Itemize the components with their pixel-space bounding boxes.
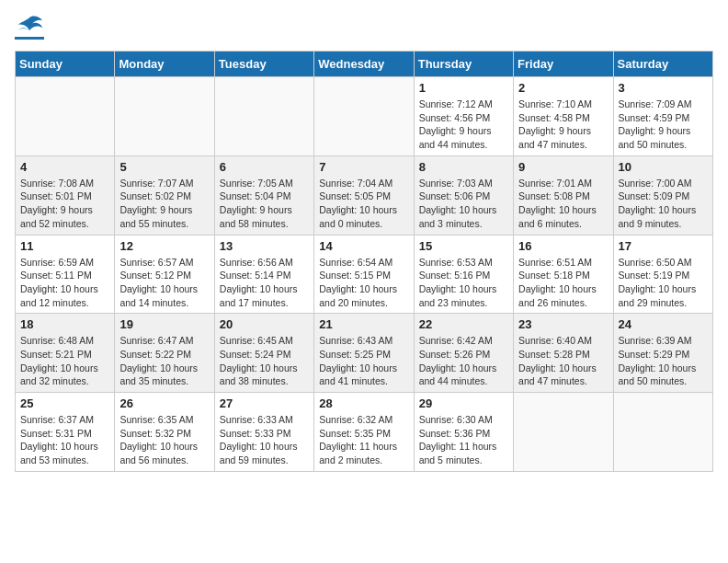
calendar-day-cell: 10Sunrise: 7:00 AM Sunset: 5:09 PM Dayli…: [613, 155, 712, 235]
day-number: 3: [619, 81, 708, 95]
calendar-day-cell: 29Sunrise: 6:30 AM Sunset: 5:36 PM Dayli…: [414, 393, 513, 472]
weekday-header-sunday: Sunday: [16, 52, 115, 77]
calendar-day-cell: 1Sunrise: 7:12 AM Sunset: 4:56 PM Daylig…: [414, 77, 513, 156]
calendar-day-cell: [613, 393, 712, 472]
day-info: Sunrise: 6:45 AM Sunset: 5:24 PM Dayligh…: [220, 334, 309, 388]
calendar-day-cell: 19Sunrise: 6:47 AM Sunset: 5:22 PM Dayli…: [115, 314, 214, 393]
logo-underline: [15, 37, 44, 40]
calendar-week-row: 18Sunrise: 6:48 AM Sunset: 5:21 PM Dayli…: [16, 314, 713, 393]
day-info: Sunrise: 6:47 AM Sunset: 5:22 PM Dayligh…: [119, 334, 209, 388]
day-info: Sunrise: 7:10 AM Sunset: 4:58 PM Dayligh…: [518, 98, 608, 152]
day-info: Sunrise: 6:30 AM Sunset: 5:36 PM Dayligh…: [419, 413, 508, 467]
day-info: Sunrise: 6:57 AM Sunset: 5:12 PM Dayligh…: [119, 256, 209, 310]
bird-icon: [15, 15, 44, 35]
calendar-day-cell: [514, 393, 613, 472]
calendar-day-cell: 28Sunrise: 6:32 AM Sunset: 5:35 PM Dayli…: [314, 393, 414, 472]
day-info: Sunrise: 6:39 AM Sunset: 5:29 PM Dayligh…: [619, 334, 708, 388]
calendar-day-cell: 13Sunrise: 6:56 AM Sunset: 5:14 PM Dayli…: [214, 235, 313, 314]
day-number: 20: [220, 317, 309, 331]
day-info: Sunrise: 6:35 AM Sunset: 5:32 PM Dayligh…: [119, 413, 209, 467]
weekday-header-tuesday: Tuesday: [214, 52, 313, 77]
day-number: 19: [119, 317, 209, 331]
day-number: 12: [119, 239, 209, 253]
day-number: 11: [20, 239, 109, 253]
day-info: Sunrise: 6:54 AM Sunset: 5:15 PM Dayligh…: [319, 256, 408, 310]
day-info: Sunrise: 7:01 AM Sunset: 5:08 PM Dayligh…: [518, 177, 608, 231]
day-info: Sunrise: 7:03 AM Sunset: 5:06 PM Dayligh…: [419, 177, 508, 231]
day-info: Sunrise: 6:48 AM Sunset: 5:21 PM Dayligh…: [20, 334, 109, 388]
calendar-day-cell: 5Sunrise: 7:07 AM Sunset: 5:02 PM Daylig…: [115, 155, 214, 235]
day-info: Sunrise: 7:08 AM Sunset: 5:01 PM Dayligh…: [20, 177, 109, 231]
calendar-week-row: 1Sunrise: 7:12 AM Sunset: 4:56 PM Daylig…: [16, 77, 713, 156]
calendar-day-cell: 20Sunrise: 6:45 AM Sunset: 5:24 PM Dayli…: [214, 314, 313, 393]
day-number: 8: [419, 160, 508, 174]
day-info: Sunrise: 7:05 AM Sunset: 5:04 PM Dayligh…: [220, 177, 309, 231]
weekday-header-row: SundayMondayTuesdayWednesdayThursdayFrid…: [16, 52, 713, 77]
day-info: Sunrise: 6:37 AM Sunset: 5:31 PM Dayligh…: [20, 413, 109, 467]
calendar-day-cell: 6Sunrise: 7:05 AM Sunset: 5:04 PM Daylig…: [214, 155, 313, 235]
day-number: 24: [619, 317, 708, 331]
weekday-header-wednesday: Wednesday: [314, 52, 414, 77]
calendar-day-cell: 8Sunrise: 7:03 AM Sunset: 5:06 PM Daylig…: [414, 155, 513, 235]
weekday-header-thursday: Thursday: [414, 52, 513, 77]
day-info: Sunrise: 7:09 AM Sunset: 4:59 PM Dayligh…: [619, 98, 708, 152]
calendar-day-cell: [314, 77, 414, 156]
day-info: Sunrise: 7:04 AM Sunset: 5:05 PM Dayligh…: [319, 177, 408, 231]
day-number: 13: [220, 239, 309, 253]
day-number: 4: [20, 160, 109, 174]
calendar-day-cell: 4Sunrise: 7:08 AM Sunset: 5:01 PM Daylig…: [16, 155, 115, 235]
calendar-week-row: 4Sunrise: 7:08 AM Sunset: 5:01 PM Daylig…: [16, 155, 713, 235]
day-number: 25: [20, 396, 109, 410]
day-number: 2: [518, 81, 608, 95]
day-number: 17: [619, 239, 708, 253]
calendar-day-cell: [16, 77, 115, 156]
day-number: 6: [220, 160, 309, 174]
calendar-day-cell: 14Sunrise: 6:54 AM Sunset: 5:15 PM Dayli…: [314, 235, 414, 314]
calendar-day-cell: 18Sunrise: 6:48 AM Sunset: 5:21 PM Dayli…: [16, 314, 115, 393]
calendar-day-cell: 11Sunrise: 6:59 AM Sunset: 5:11 PM Dayli…: [16, 235, 115, 314]
calendar-day-cell: [115, 77, 214, 156]
day-info: Sunrise: 7:12 AM Sunset: 4:56 PM Dayligh…: [419, 98, 508, 152]
calendar-day-cell: [214, 77, 313, 156]
day-number: 16: [518, 239, 608, 253]
day-number: 14: [319, 239, 408, 253]
calendar-day-cell: 23Sunrise: 6:40 AM Sunset: 5:28 PM Dayli…: [514, 314, 613, 393]
calendar-day-cell: 17Sunrise: 6:50 AM Sunset: 5:19 PM Dayli…: [613, 235, 712, 314]
day-info: Sunrise: 6:33 AM Sunset: 5:33 PM Dayligh…: [220, 413, 309, 467]
calendar-day-cell: 16Sunrise: 6:51 AM Sunset: 5:18 PM Dayli…: [514, 235, 613, 314]
day-number: 10: [619, 160, 708, 174]
calendar-day-cell: 25Sunrise: 6:37 AM Sunset: 5:31 PM Dayli…: [16, 393, 115, 472]
day-number: 22: [419, 317, 508, 331]
weekday-header-friday: Friday: [514, 52, 613, 77]
day-info: Sunrise: 6:53 AM Sunset: 5:16 PM Dayligh…: [419, 256, 508, 310]
calendar-day-cell: 12Sunrise: 6:57 AM Sunset: 5:12 PM Dayli…: [115, 235, 214, 314]
calendar-day-cell: 22Sunrise: 6:42 AM Sunset: 5:26 PM Dayli…: [414, 314, 513, 393]
calendar-day-cell: 15Sunrise: 6:53 AM Sunset: 5:16 PM Dayli…: [414, 235, 513, 314]
calendar-day-cell: 24Sunrise: 6:39 AM Sunset: 5:29 PM Dayli…: [613, 314, 712, 393]
calendar-table: SundayMondayTuesdayWednesdayThursdayFrid…: [15, 51, 713, 472]
day-number: 7: [319, 160, 408, 174]
calendar-week-row: 25Sunrise: 6:37 AM Sunset: 5:31 PM Dayli…: [16, 393, 713, 472]
day-number: 27: [220, 396, 309, 410]
day-number: 15: [419, 239, 508, 253]
day-info: Sunrise: 6:50 AM Sunset: 5:19 PM Dayligh…: [619, 256, 708, 310]
page-header: [15, 15, 713, 40]
day-number: 26: [119, 396, 209, 410]
logo: [15, 15, 44, 40]
day-number: 5: [119, 160, 209, 174]
day-number: 1: [419, 81, 508, 95]
weekday-header-monday: Monday: [115, 52, 214, 77]
day-info: Sunrise: 7:00 AM Sunset: 5:09 PM Dayligh…: [619, 177, 708, 231]
day-number: 9: [518, 160, 608, 174]
calendar-day-cell: 2Sunrise: 7:10 AM Sunset: 4:58 PM Daylig…: [514, 77, 613, 156]
day-number: 18: [20, 317, 109, 331]
day-number: 28: [319, 396, 408, 410]
calendar-day-cell: 26Sunrise: 6:35 AM Sunset: 5:32 PM Dayli…: [115, 393, 214, 472]
day-info: Sunrise: 6:56 AM Sunset: 5:14 PM Dayligh…: [220, 256, 309, 310]
weekday-header-saturday: Saturday: [613, 52, 712, 77]
day-info: Sunrise: 6:40 AM Sunset: 5:28 PM Dayligh…: [518, 334, 608, 388]
calendar-day-cell: 3Sunrise: 7:09 AM Sunset: 4:59 PM Daylig…: [613, 77, 712, 156]
day-info: Sunrise: 7:07 AM Sunset: 5:02 PM Dayligh…: [119, 177, 209, 231]
calendar-day-cell: 9Sunrise: 7:01 AM Sunset: 5:08 PM Daylig…: [514, 155, 613, 235]
day-info: Sunrise: 6:51 AM Sunset: 5:18 PM Dayligh…: [518, 256, 608, 310]
